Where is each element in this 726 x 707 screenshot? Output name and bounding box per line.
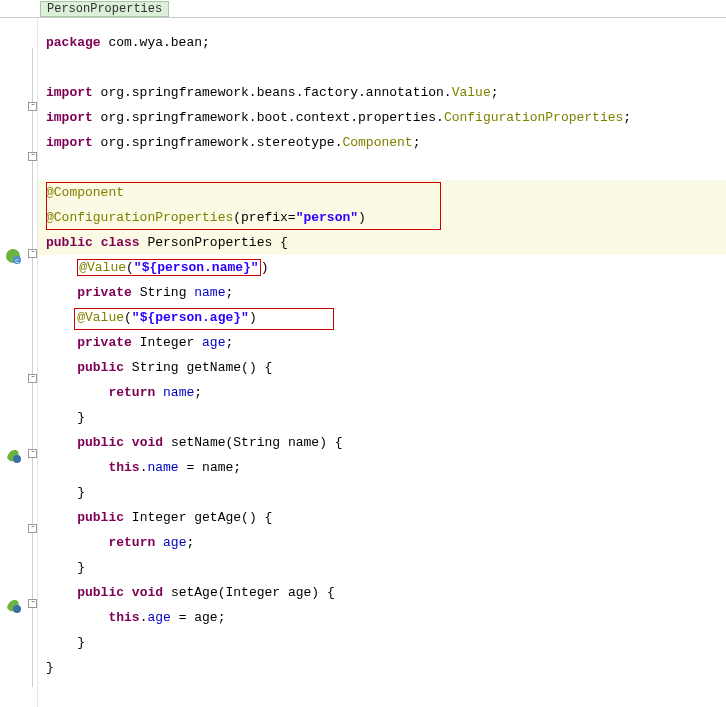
brace: } [46,660,54,675]
fold-toggle-icon[interactable] [28,599,37,608]
param: name [202,460,233,475]
class-name: PersonProperties [147,235,272,250]
code-line[interactable]: private String name; [38,280,726,305]
breadcrumb-item[interactable]: PersonProperties [40,1,169,17]
brace: } [77,410,85,425]
code-line[interactable]: return name; [38,380,726,405]
keyword: void [132,585,163,600]
spring-bean-icon [4,596,22,614]
code-line[interactable]: public String getName() { [38,355,726,380]
fold-toggle-icon[interactable] [28,152,37,161]
red-annotation-box: @Value("${person.name}" [77,259,260,276]
type: String [140,285,187,300]
code-line[interactable]: private Integer age; [38,330,726,355]
code-line[interactable]: @Value("${person.age}") [38,305,726,330]
brace: } [77,560,85,575]
code-line[interactable]: } [38,405,726,430]
annotation: @ConfigurationProperties [46,210,233,225]
code-line[interactable]: } [38,655,726,680]
keyword: return [108,535,155,550]
semicolon: ; [186,535,194,550]
keyword: class [101,235,140,250]
code-line[interactable]: this.name = name; [38,455,726,480]
code-line[interactable]: } [38,480,726,505]
code-area[interactable]: package com.wya.bean; import org.springf… [38,18,726,707]
field: age [163,535,186,550]
type: Integer [226,585,281,600]
fold-toggle-icon[interactable] [28,249,37,258]
code-line[interactable]: public void setName(String name) { [38,430,726,455]
semicolon: ; [623,110,631,125]
code-line[interactable] [38,55,726,80]
code-line[interactable]: public class PersonProperties { [38,230,726,255]
keyword: public [46,235,93,250]
keyword: import [46,85,93,100]
fold-toggle-icon[interactable] [28,449,37,458]
type: Integer [140,335,195,350]
keyword: public [77,585,124,600]
keyword: public [77,360,124,375]
field: name [163,385,194,400]
code-line[interactable]: @ConfigurationProperties(prefix="person"… [38,205,726,230]
paren: ( [124,310,132,325]
brace: { [327,435,343,450]
fold-guide [32,48,33,687]
code-line[interactable]: this.age = age; [38,605,726,630]
param: age [288,585,311,600]
import-path: org.springframework.beans.factory.annota… [93,85,452,100]
svg-point-4 [13,605,21,613]
import-class: Component [342,135,412,150]
fold-toggle-icon[interactable] [28,102,37,111]
gutter: C [0,18,38,707]
code-line[interactable]: public void setAge(Integer age) { [38,580,726,605]
code-line[interactable]: @Value("${person.name}") [38,255,726,280]
code-line[interactable] [38,155,726,180]
string-literal: "${person.name}" [134,260,259,275]
annotation: @Component [46,185,124,200]
brace: { [272,235,288,250]
paren: (prefix= [233,210,295,225]
code-line[interactable]: package com.wya.bean; [38,30,726,55]
code-line[interactable]: } [38,555,726,580]
code-line[interactable]: import org.springframework.stereotype.Co… [38,130,726,155]
code-line[interactable]: return age; [38,530,726,555]
brace: { [257,360,273,375]
code-line[interactable]: @Component [38,180,726,205]
brace: } [77,485,85,500]
semicolon: ; [413,135,421,150]
import-class: Value [452,85,491,100]
code-line[interactable]: import org.springframework.boot.context.… [38,105,726,130]
semicolon: ; [218,610,226,625]
svg-point-3 [13,455,21,463]
annotation: @Value [79,260,126,275]
code-line[interactable]: public Integer getAge() { [38,505,726,530]
keyword: private [77,285,132,300]
equals: = [179,460,202,475]
keyword: this [108,610,139,625]
field: name [194,285,225,300]
fold-toggle-icon[interactable] [28,524,37,533]
keyword: void [132,435,163,450]
param: age [194,610,217,625]
spring-bean-icon [4,446,22,464]
brace: { [319,585,335,600]
package-name: com.wya.bean; [101,35,210,50]
import-path: org.springframework.stereotype. [93,135,343,150]
field: age [147,610,170,625]
spring-component-icon: C [4,247,22,265]
paren: ( [126,260,134,275]
field: age [202,335,225,350]
fold-toggle-icon[interactable] [28,374,37,383]
code-line[interactable]: import org.springframework.beans.factory… [38,80,726,105]
type: String [233,435,280,450]
semicolon: ; [225,285,233,300]
semicolon: ; [194,385,202,400]
import-class: ConfigurationProperties [444,110,623,125]
keyword: import [46,135,93,150]
breadcrumb-bar: PersonProperties [0,0,726,18]
keyword: package [46,35,101,50]
paren: ) [249,310,257,325]
code-line[interactable]: } [38,630,726,655]
method-name: getName [186,360,241,375]
method-name: setName [171,435,226,450]
